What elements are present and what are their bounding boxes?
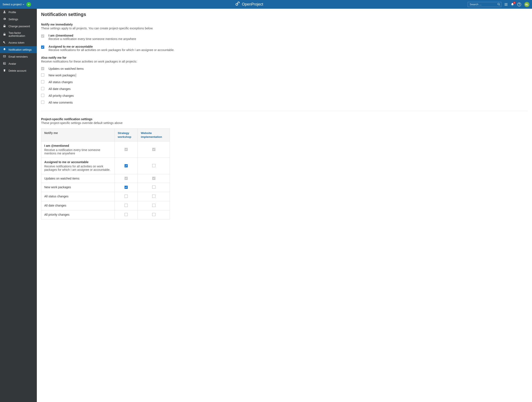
avatar[interactable]: BL xyxy=(524,2,529,7)
help-icon[interactable] xyxy=(517,2,521,6)
checkbox[interactable] xyxy=(125,204,128,208)
table-cell xyxy=(138,158,170,174)
svg-rect-3 xyxy=(505,3,505,4)
openproject-icon xyxy=(235,1,240,7)
svg-point-0 xyxy=(236,3,238,5)
checkbox[interactable] xyxy=(152,204,155,208)
key-icon xyxy=(3,41,6,44)
table-cell xyxy=(138,201,170,210)
table-cell xyxy=(138,174,170,183)
checkbox[interactable] xyxy=(125,195,128,198)
svg-rect-7 xyxy=(506,4,507,5)
plus-icon: + xyxy=(28,3,30,6)
checkbox[interactable] xyxy=(152,186,155,189)
table-cell xyxy=(115,174,138,183)
checkbox[interactable] xyxy=(152,164,155,168)
lock-icon xyxy=(3,25,6,28)
svg-line-2 xyxy=(499,5,500,5)
caret-down-icon xyxy=(23,3,24,6)
option-label: All status changes xyxy=(49,80,73,84)
svg-point-16 xyxy=(4,63,4,63)
option-row: New work packages xyxy=(41,73,528,77)
sidebar-item-avatar[interactable]: Avatar xyxy=(0,60,37,67)
option-label: Updates on watched items xyxy=(49,67,84,70)
sidebar-item-change-password[interactable]: Change password xyxy=(0,23,37,30)
sidebar-item-delete-account[interactable]: Delete account xyxy=(0,67,37,74)
sidebar-item-email-reminders[interactable]: Email reminders xyxy=(0,53,37,60)
checkbox[interactable] xyxy=(125,186,128,189)
checkbox[interactable] xyxy=(125,164,128,168)
checkbox[interactable] xyxy=(152,195,155,198)
option-row: All priority changes xyxy=(41,94,528,98)
mail-icon xyxy=(3,55,6,58)
divider xyxy=(41,111,528,111)
checkbox xyxy=(41,67,44,70)
main-content: Notification settings Notify me immediat… xyxy=(37,9,532,402)
checkbox[interactable] xyxy=(41,94,44,98)
svg-rect-4 xyxy=(506,3,507,4)
table-row-label: Updates on watched items xyxy=(41,174,115,183)
sidebar-item-notification-settings[interactable]: Notification settings xyxy=(0,46,37,53)
table-row-label: I am @mentionedReceive a notification ev… xyxy=(41,142,115,158)
table-row: All date changes xyxy=(41,201,170,210)
checkbox[interactable] xyxy=(41,87,44,91)
table-cell xyxy=(138,183,170,192)
option-row: Updates on watched items xyxy=(41,67,528,70)
table-row: I am @mentionedReceive a notification ev… xyxy=(41,142,170,158)
option-label: All new comments xyxy=(49,101,73,104)
option-mentioned-title: I am @mentioned xyxy=(49,34,136,37)
option-label: All priority changes xyxy=(49,94,74,97)
table-row-label: Assigned to me or accountableReceive not… xyxy=(41,158,115,174)
checkbox-assigned[interactable] xyxy=(41,45,44,49)
table-cell xyxy=(115,142,138,158)
checkbox[interactable] xyxy=(41,73,44,77)
notifications-icon[interactable]: 5 xyxy=(511,3,514,6)
sidebar-item-label: Email reminders xyxy=(8,55,28,58)
checkbox[interactable] xyxy=(152,213,155,217)
user-icon xyxy=(3,10,6,14)
sidebar-item-label: Notification settings xyxy=(8,48,32,51)
table-row-label: All date changes xyxy=(41,201,115,210)
search-input[interactable] xyxy=(468,2,501,7)
table-header-notify: Notify me xyxy=(41,129,115,142)
sidebar-item-profile[interactable]: Profile xyxy=(0,9,37,16)
section-project-desc: These project-specific settings override… xyxy=(41,121,528,125)
project-table: Notify meStrategyworkshopWebsiteimplemen… xyxy=(41,129,170,220)
checkbox[interactable] xyxy=(41,101,44,105)
add-button[interactable]: + xyxy=(26,2,31,7)
checkbox[interactable] xyxy=(125,213,128,217)
sidebar-item-label: Avatar xyxy=(8,62,16,65)
checkbox[interactable] xyxy=(41,80,44,84)
sidebar-item-label: Profile xyxy=(8,11,16,14)
brand-logo[interactable]: OpenProject xyxy=(235,1,263,7)
sidebar-item-two-factor-authentication[interactable]: Two-factor authentication xyxy=(0,30,37,39)
section-also-desc: Receive notifications for these activiti… xyxy=(41,60,528,63)
checkbox xyxy=(152,148,155,151)
table-row-label: All priority changes xyxy=(41,210,115,220)
sidebar-item-access-token[interactable]: Access token xyxy=(0,39,37,46)
section-also-title: Also notify me for xyxy=(41,56,528,59)
project-link[interactable]: Strategyworkshop xyxy=(118,131,134,139)
table-row: All priority changes xyxy=(41,210,170,220)
option-assigned-title: Assigned to me or accountable xyxy=(49,45,174,48)
sidebar-item-label: Access token xyxy=(8,41,24,44)
sidebar-item-label: Change password xyxy=(8,25,30,28)
option-mentioned-desc: Receive a notification every time someon… xyxy=(49,37,136,41)
option-mentioned: I am @mentioned Receive a notification e… xyxy=(41,34,528,41)
brand-text: OpenProject xyxy=(242,2,263,6)
option-label: New work packages xyxy=(49,74,76,77)
table-cell xyxy=(115,183,138,192)
section-immediate-title: Notify me immediately xyxy=(41,23,528,26)
table-cell xyxy=(115,158,138,174)
project-link[interactable]: Websiteimplementation xyxy=(141,131,167,139)
project-select[interactable]: Select a project xyxy=(3,3,24,6)
apps-icon[interactable] xyxy=(504,3,508,6)
option-assigned: Assigned to me or accountable Receive no… xyxy=(41,45,528,52)
svg-rect-8 xyxy=(507,4,507,5)
svg-rect-5 xyxy=(507,3,507,4)
sidebar: ProfileSettingsChange passwordTwo-factor… xyxy=(0,9,37,402)
search-icon[interactable] xyxy=(497,3,500,6)
checkbox xyxy=(125,177,128,180)
sidebar-item-settings[interactable]: Settings xyxy=(0,16,37,23)
option-row: All status changes xyxy=(41,80,528,84)
